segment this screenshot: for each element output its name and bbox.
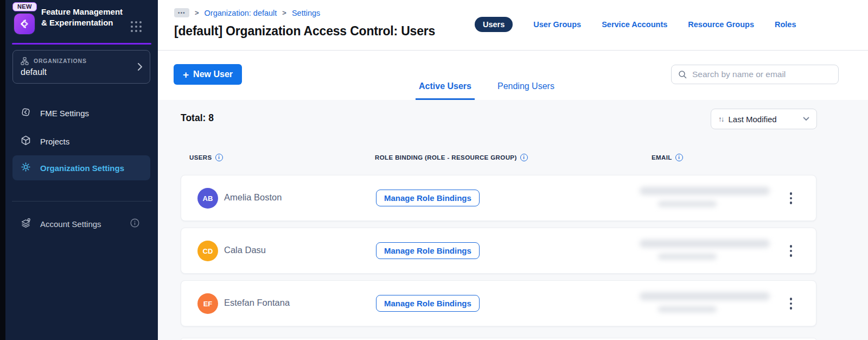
column-header-users: USERS i <box>189 154 223 161</box>
kebab-menu-icon[interactable] <box>783 188 799 208</box>
new-badge: NEW <box>12 2 37 11</box>
sort-dropdown-value: Last Modified <box>729 115 799 124</box>
sort-dropdown[interactable]: ↑↓ Last Modified <box>711 109 817 129</box>
manage-role-bindings-button[interactable]: Manage Role Bindings <box>376 295 480 312</box>
sidebar-item-label: Projects <box>40 137 69 146</box>
email-redacted <box>640 290 781 318</box>
avatar: EF <box>197 293 218 314</box>
chevron-separator-icon: > <box>195 9 199 17</box>
table-row: EF Estefan Fontana Manage Role Bindings <box>181 280 816 326</box>
projects-cube-icon <box>20 135 31 148</box>
breadcrumb-link-settings[interactable]: Settings <box>292 9 320 17</box>
info-icon[interactable]: i <box>215 154 223 161</box>
fme-settings-icon <box>20 106 31 119</box>
breadcrumb-link-organization[interactable]: Organization: default <box>205 9 277 17</box>
kebab-menu-icon[interactable] <box>783 294 799 313</box>
table-row: CD Cala Dasu Manage Role Bindings <box>181 228 816 274</box>
manage-role-bindings-button[interactable]: Manage Role Bindings <box>376 190 480 206</box>
breadcrumb: ••• > Organization: default > Settings <box>174 8 320 17</box>
user-name: Estefan Fontana <box>224 298 290 308</box>
sidebar-item-label: Organization Settings <box>40 163 124 173</box>
organization-icon <box>21 57 29 67</box>
new-user-button[interactable]: + New User <box>174 64 242 85</box>
users-list-panel: Total: 8 ↑↓ Last Modified USERS i ROLE B… <box>158 100 868 340</box>
search-box <box>671 65 839 84</box>
access-control-nav: Users User Groups Service Accounts Resou… <box>475 17 796 32</box>
sidebar: NEW Feature Management & Experimentation <box>5 0 158 340</box>
breadcrumb-ellipsis-icon[interactable]: ••• <box>174 8 189 17</box>
sidebar-item-account-settings[interactable]: Account Settings <box>12 213 150 235</box>
kebab-menu-icon[interactable] <box>783 241 799 261</box>
account-settings-info-icon[interactable] <box>130 218 139 230</box>
search-icon <box>678 70 687 79</box>
organization-value: default <box>21 67 47 77</box>
manage-role-bindings-button[interactable]: Manage Role Bindings <box>376 242 480 259</box>
column-header-email: EMAIL i <box>652 154 683 161</box>
plus-icon: + <box>183 70 189 80</box>
user-state-tabs: Active Users Pending Users <box>416 81 558 100</box>
avatar: AB <box>197 188 218 209</box>
brand-divider <box>12 43 151 45</box>
sidebar-item-organization-settings[interactable]: Organization Settings <box>12 155 150 180</box>
page-title: [default] Organization Access Control: U… <box>174 24 435 39</box>
chevron-down-icon <box>803 117 809 121</box>
split-logo-icon <box>14 14 35 34</box>
chevron-separator-icon: > <box>282 9 286 17</box>
info-icon[interactable]: i <box>675 154 683 161</box>
total-count: Total: 8 <box>181 112 214 124</box>
tab-users[interactable]: Users <box>475 17 513 32</box>
user-name: Amelia Boston <box>224 192 282 203</box>
tab-service-accounts[interactable]: Service Accounts <box>602 20 667 29</box>
organizations-label: ORGANIZATIONS <box>34 58 87 64</box>
user-name: Cala Dasu <box>224 245 266 255</box>
tab-user-groups[interactable]: User Groups <box>533 20 581 29</box>
email-redacted <box>640 237 781 266</box>
toolbar: + New User Active Users Pending Users <box>158 51 868 100</box>
sort-arrows-icon: ↑↓ <box>718 115 724 123</box>
column-header-label: USERS <box>189 154 212 161</box>
sidebar-divider <box>12 201 151 202</box>
screen-edge-strip <box>0 0 5 340</box>
info-icon[interactable]: i <box>520 154 528 161</box>
layers-gear-icon <box>20 217 31 230</box>
app-window: NEW Feature Management & Experimentation <box>0 0 868 340</box>
tab-active-users[interactable]: Active Users <box>416 81 475 100</box>
avatar: CD <box>197 241 218 261</box>
column-header-label: ROLE BINDING (ROLE - RESOURCE GROUP) <box>375 154 517 161</box>
page-header: ••• > Organization: default > Settings [… <box>158 0 868 51</box>
tab-resource-groups[interactable]: Resource Groups <box>688 20 754 29</box>
table-row: AB Amelia Boston Manage Role Bindings <box>181 175 816 221</box>
column-header-label: EMAIL <box>652 154 672 161</box>
app-title: Feature Management & Experimentation <box>41 7 130 28</box>
tab-roles[interactable]: Roles <box>775 20 796 29</box>
organization-selector[interactable]: ORGANIZATIONS default <box>12 50 150 84</box>
email-redacted <box>640 185 781 213</box>
sidebar-item-fme-settings[interactable]: FME Settings <box>12 102 150 124</box>
sidebar-item-label: FME Settings <box>40 109 89 118</box>
column-header-role-binding: ROLE BINDING (ROLE - RESOURCE GROUP) i <box>375 154 528 161</box>
new-user-button-label: New User <box>193 70 233 79</box>
tab-pending-users[interactable]: Pending Users <box>494 81 558 100</box>
app-switcher-grid-icon[interactable] <box>129 20 143 34</box>
search-input[interactable] <box>691 69 838 80</box>
table-row-partial <box>181 338 816 340</box>
sidebar-item-projects[interactable]: Projects <box>12 130 150 152</box>
sidebar-item-label: Account Settings <box>40 219 101 229</box>
gear-icon <box>20 161 31 174</box>
chevron-right-icon <box>137 62 143 73</box>
